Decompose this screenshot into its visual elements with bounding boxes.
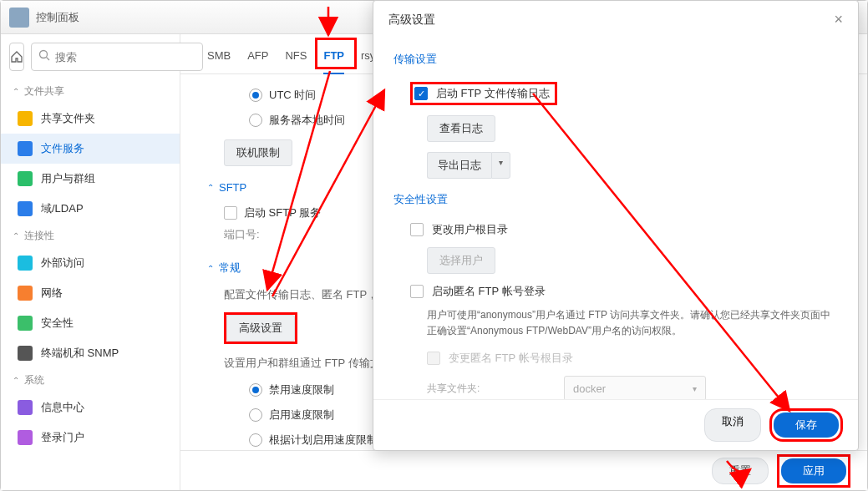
tab-afp[interactable]: AFP (247, 49, 268, 73)
sidebar-item-shared-folder[interactable]: 共享文件夹 (1, 104, 180, 134)
search-icon (38, 49, 50, 64)
sidebar-item-label: 外部访问 (41, 256, 84, 271)
ldap-icon (18, 201, 33, 216)
folder-icon (18, 111, 33, 126)
checkbox-icon (410, 285, 424, 298)
select-value: docker (573, 382, 606, 395)
home-icon (10, 50, 23, 63)
section-title: SFTP (219, 181, 246, 194)
radio-icon (249, 383, 262, 397)
dialog-title: 高级设置 (388, 13, 435, 28)
dialog-footer: 取消 保存 (373, 399, 858, 450)
button-label: 导出日志 (427, 152, 491, 179)
enable-anon-ftp-checkbox[interactable]: 启动匿名 FTP 帐号登录 (393, 279, 838, 304)
radio-label: 服务器本地时间 (269, 113, 345, 128)
external-icon (18, 256, 33, 271)
search-input-wrap[interactable] (31, 43, 203, 71)
export-log-button[interactable]: 导出日志 ▾ (427, 152, 510, 179)
login-icon (18, 430, 33, 445)
sidebar-item-label: 文件服务 (41, 141, 84, 156)
chevron-up-icon: ⌃ (207, 183, 214, 192)
reset-button[interactable]: 重置 (712, 458, 769, 484)
connection-limit-button[interactable]: 联机限制 (224, 139, 292, 166)
select-user-button[interactable]: 选择用户 (427, 247, 495, 274)
sidebar-item-network[interactable]: 网络 (1, 278, 180, 308)
sidebar-item-domain-ldap[interactable]: 域/LDAP (1, 194, 180, 224)
security-section-header: 安全性设置 (393, 192, 838, 207)
sidebar-item-file-services[interactable]: 文件服务 (1, 134, 180, 164)
sidebar-group-connectivity[interactable]: ⌃连接性 (1, 224, 180, 248)
sidebar-group-fileshare[interactable]: ⌃文件共享 (1, 79, 180, 104)
chevron-up-icon: ⌃ (207, 264, 214, 273)
radio-label: 根据计划启用速度限制 (269, 433, 378, 448)
annotation-highlight: 保存 (769, 408, 843, 442)
bottom-action-bar: 重置 应用 (180, 450, 867, 490)
svg-line-1 (47, 58, 50, 61)
file-services-icon (18, 141, 33, 156)
section-title: 常规 (219, 261, 241, 276)
search-input[interactable] (55, 51, 195, 63)
checkbox-icon (410, 223, 424, 236)
sidebar-item-label: 信息中心 (41, 400, 84, 415)
window-title: 控制面板 (36, 10, 79, 25)
checkbox-icon (414, 87, 428, 100)
users-icon (18, 171, 33, 186)
checkbox-label: 启动 SFTP 服务 (244, 205, 321, 220)
radio-icon (249, 433, 262, 447)
sidebar-item-security[interactable]: 安全性 (1, 308, 180, 338)
sidebar-item-terminal-snmp[interactable]: 终端机和 SNMP (1, 338, 180, 368)
checkbox-icon (224, 206, 237, 220)
svg-point-0 (40, 51, 48, 58)
sidebar-group-system[interactable]: ⌃系统 (1, 368, 180, 392)
sidebar-item-users-groups[interactable]: 用户与群组 (1, 164, 180, 194)
change-user-root-checkbox[interactable]: 更改用户根目录 (393, 217, 838, 242)
advanced-settings-button[interactable]: 高级设置 (226, 315, 295, 342)
sidebar-group-label: 连接性 (24, 229, 54, 243)
terminal-icon (18, 346, 33, 361)
sidebar-item-label: 安全性 (41, 316, 74, 331)
tab-smb[interactable]: SMB (207, 49, 231, 73)
advanced-settings-dialog: 高级设置 × 传输设置 启动 FTP 文件传输日志 查看日志 导出日志 ▾ 安全… (373, 0, 859, 451)
apply-button[interactable]: 应用 (781, 458, 846, 483)
chevron-up-icon: ⌃ (13, 376, 19, 385)
sidebar-item-label: 共享文件夹 (41, 111, 95, 126)
sidebar-item-label: 网络 (41, 286, 63, 301)
checkbox-label: 启动 FTP 文件传输日志 (436, 86, 550, 101)
annotation-highlight: 启动 FTP 文件传输日志 (410, 82, 557, 105)
checkbox-label: 变更匿名 FTP 帐号根目录 (449, 351, 573, 366)
cancel-button[interactable]: 取消 (704, 408, 761, 442)
sidebar: ⌃文件共享 共享文件夹 文件服务 用户与群组 域/LDAP ⌃连接性 外部访问 … (1, 34, 180, 490)
sidebar-group-label: 系统 (24, 373, 44, 387)
annotation-highlight: 高级设置 (224, 312, 297, 344)
sidebar-group-label: 文件共享 (24, 84, 64, 99)
dialog-close-button[interactable]: × (834, 11, 843, 28)
change-anon-root-checkbox: 变更匿名 FTP 帐号根目录 (393, 346, 838, 371)
shield-icon (18, 316, 33, 331)
radio-icon (249, 89, 262, 102)
anon-desc: 用户可使用“anonymous”用户名通过 FTP 访问共享文件夹。请确认您已经… (393, 304, 838, 346)
annotation-highlight: 应用 (777, 454, 850, 488)
checkbox-label: 启动匿名 FTP 帐号登录 (432, 284, 546, 299)
chevron-up-icon: ⌃ (13, 231, 19, 240)
sidebar-item-login-portal[interactable]: 登录门户 (1, 423, 180, 453)
dialog-titlebar: 高级设置 × (373, 1, 858, 38)
sidebar-item-info-center[interactable]: 信息中心 (1, 392, 180, 423)
network-icon (18, 286, 33, 301)
home-button[interactable] (9, 43, 24, 71)
share-folder-select[interactable]: docker▾ (564, 376, 706, 399)
transfer-section-header: 传输设置 (393, 52, 838, 67)
chevron-down-icon: ▾ (491, 152, 510, 179)
tab-nfs[interactable]: NFS (285, 49, 307, 73)
sidebar-item-external-access[interactable]: 外部访问 (1, 248, 180, 278)
save-button[interactable]: 保存 (774, 413, 839, 438)
share-folder-row: 共享文件夹: docker▾ (393, 371, 838, 399)
sidebar-item-label: 域/LDAP (41, 201, 84, 216)
radio-label: 启用速度限制 (269, 407, 334, 423)
view-log-button[interactable]: 查看日志 (427, 115, 495, 142)
enable-ftp-log-checkbox[interactable]: 启动 FTP 文件传输日志 (393, 77, 838, 110)
radio-icon (249, 408, 262, 422)
radio-label: 禁用速度限制 (269, 382, 334, 397)
tab-ftp[interactable]: FTP (323, 49, 344, 73)
checkbox-icon (427, 352, 440, 365)
app-icon (9, 8, 29, 28)
